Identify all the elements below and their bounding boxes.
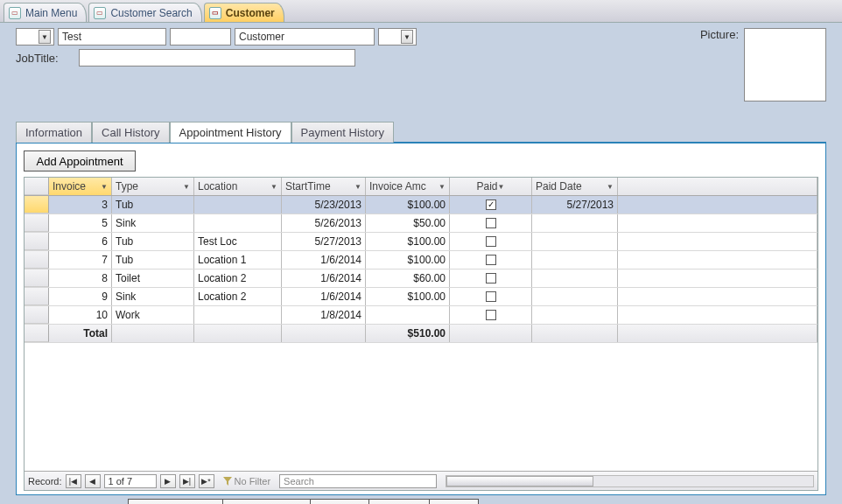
- nav-next-button[interactable]: ▶: [160, 474, 176, 488]
- cell-paid[interactable]: ✓: [450, 196, 532, 214]
- cell-starttime[interactable]: 1/6/2014: [282, 270, 366, 287]
- paid-checkbox[interactable]: [486, 218, 496, 228]
- cell-paid[interactable]: [450, 270, 532, 287]
- cell-paid[interactable]: [450, 251, 532, 269]
- cell-paid-date[interactable]: [532, 251, 618, 269]
- doc-tab-main-menu[interactable]: ▭ Main Menu: [4, 3, 87, 22]
- cell-type[interactable]: Sink: [112, 288, 194, 305]
- col-header-type[interactable]: Type▼: [112, 178, 194, 195]
- nav-new-button[interactable]: ▶*: [199, 474, 214, 488]
- tab-call-history[interactable]: Call History: [92, 122, 169, 143]
- row-selector[interactable]: [25, 233, 49, 250]
- scrollbar-thumb[interactable]: [446, 476, 593, 486]
- row-selector[interactable]: [25, 196, 49, 214]
- save-new-button[interactable]: Save & New: [223, 499, 312, 504]
- doc-tab-customer[interactable]: ▭ Customer: [204, 3, 284, 22]
- tab-appointment-history[interactable]: Appointment History: [170, 122, 291, 143]
- cell-location[interactable]: [194, 196, 282, 214]
- cell-type[interactable]: Tub: [112, 233, 194, 250]
- add-appointment-button[interactable]: Add Appointment: [24, 150, 136, 172]
- cell-location[interactable]: Location 2: [194, 288, 282, 305]
- print-button[interactable]: Print: [430, 499, 479, 504]
- col-header-paid[interactable]: Paid▼: [450, 178, 532, 195]
- col-header-location[interactable]: Location▼: [194, 178, 282, 195]
- cell-invoice[interactable]: 10: [49, 306, 112, 324]
- tab-payment-history[interactable]: Payment History: [291, 122, 394, 143]
- row-selector[interactable]: [25, 270, 49, 287]
- cell-paid-date[interactable]: [532, 214, 618, 232]
- cell-paid-date[interactable]: [532, 270, 618, 287]
- cell-location[interactable]: Location 1: [194, 251, 282, 269]
- cell-invoice-amt[interactable]: $100.00: [366, 233, 450, 250]
- cell-type[interactable]: Work: [112, 306, 194, 324]
- cell-invoice-amt[interactable]: $100.00: [366, 196, 450, 214]
- nav-last-button[interactable]: ▶|: [179, 474, 195, 488]
- table-row[interactable]: 5Sink5/26/2013$50.00: [25, 214, 817, 233]
- cell-invoice-amt[interactable]: $100.00: [366, 251, 450, 269]
- col-header-invoice-amt[interactable]: Invoice Amc▼: [366, 178, 450, 195]
- table-row[interactable]: 10Work1/8/2014: [25, 306, 817, 325]
- cell-starttime[interactable]: 1/6/2014: [282, 288, 366, 305]
- cancel-button[interactable]: Cancel: [369, 499, 430, 504]
- cell-starttime[interactable]: 5/26/2013: [282, 214, 366, 232]
- cell-invoice[interactable]: 3: [49, 196, 112, 214]
- cell-paid[interactable]: [450, 233, 532, 250]
- cell-location[interactable]: Test Loc: [194, 233, 282, 250]
- table-row[interactable]: 9SinkLocation 21/6/2014$100.00: [25, 288, 817, 306]
- row-selector[interactable]: [25, 214, 49, 232]
- cell-paid[interactable]: [450, 288, 532, 305]
- table-row[interactable]: 3Tub5/23/2013$100.00✓5/27/2013: [25, 196, 817, 214]
- row-selector[interactable]: [25, 306, 49, 324]
- cell-starttime[interactable]: 5/27/2013: [282, 233, 366, 250]
- cell-paid-date[interactable]: [532, 288, 618, 305]
- cell-invoice-amt[interactable]: [366, 306, 450, 324]
- doc-tab-customer-search[interactable]: ▭ Customer Search: [88, 3, 201, 22]
- cell-starttime[interactable]: 1/8/2014: [282, 306, 366, 324]
- cell-invoice[interactable]: 6: [49, 233, 112, 250]
- table-row[interactable]: 7TubLocation 11/6/2014$100.00: [25, 251, 817, 270]
- tab-information[interactable]: Information: [16, 122, 92, 143]
- col-header-paid-date[interactable]: Paid Date▼: [532, 178, 618, 195]
- record-position[interactable]: 1 of 7: [104, 474, 157, 488]
- cell-starttime[interactable]: 5/23/2013: [282, 196, 366, 214]
- select-all-rows[interactable]: [25, 178, 49, 195]
- save-close-button[interactable]: Save & Close: [128, 499, 223, 504]
- cell-invoice-amt[interactable]: $50.00: [366, 214, 450, 232]
- paid-checkbox[interactable]: [486, 236, 496, 247]
- jobtitle-input[interactable]: [79, 49, 355, 66]
- grid-hscrollbar[interactable]: [446, 475, 814, 487]
- title-combo[interactable]: ▼: [16, 28, 54, 46]
- last-name-input[interactable]: Customer: [235, 28, 375, 46]
- paid-checkbox[interactable]: [486, 273, 496, 284]
- row-selector[interactable]: [25, 251, 49, 269]
- cell-paid-date[interactable]: 5/27/2013: [532, 196, 618, 214]
- cell-invoice-amt[interactable]: $60.00: [366, 270, 450, 287]
- filter-indicator[interactable]: No Filter: [223, 476, 271, 486]
- delete-button[interactable]: Delete: [311, 499, 369, 504]
- cell-invoice[interactable]: 8: [49, 270, 112, 287]
- nav-first-button[interactable]: |◀: [66, 474, 81, 488]
- cell-paid-date[interactable]: [532, 233, 618, 250]
- cell-invoice-amt[interactable]: $100.00: [366, 288, 450, 305]
- cell-paid-date[interactable]: [532, 306, 618, 324]
- cell-type[interactable]: Sink: [112, 214, 194, 232]
- picture-box[interactable]: [744, 28, 826, 102]
- cell-type[interactable]: Toilet: [112, 270, 194, 287]
- middle-name-input[interactable]: [170, 28, 231, 46]
- paid-checkbox[interactable]: [486, 255, 496, 265]
- table-row[interactable]: 8ToiletLocation 21/6/2014$60.00: [25, 270, 817, 288]
- cell-invoice[interactable]: 9: [49, 288, 112, 305]
- cell-type[interactable]: Tub: [112, 251, 194, 269]
- cell-type[interactable]: Tub: [112, 196, 194, 214]
- first-name-input[interactable]: Test: [58, 28, 166, 46]
- cell-invoice[interactable]: 5: [49, 214, 112, 232]
- paid-checkbox[interactable]: ✓: [486, 200, 496, 210]
- recnav-search-input[interactable]: Search: [279, 474, 437, 488]
- paid-checkbox[interactable]: [486, 291, 496, 302]
- col-header-starttime[interactable]: StartTime▼: [282, 178, 366, 195]
- col-header-invoice[interactable]: Invoice▼: [49, 178, 112, 195]
- row-selector[interactable]: [25, 288, 49, 305]
- cell-starttime[interactable]: 1/6/2014: [282, 251, 366, 269]
- cell-location[interactable]: Location 2: [194, 270, 282, 287]
- suffix-combo[interactable]: ▼: [378, 28, 417, 46]
